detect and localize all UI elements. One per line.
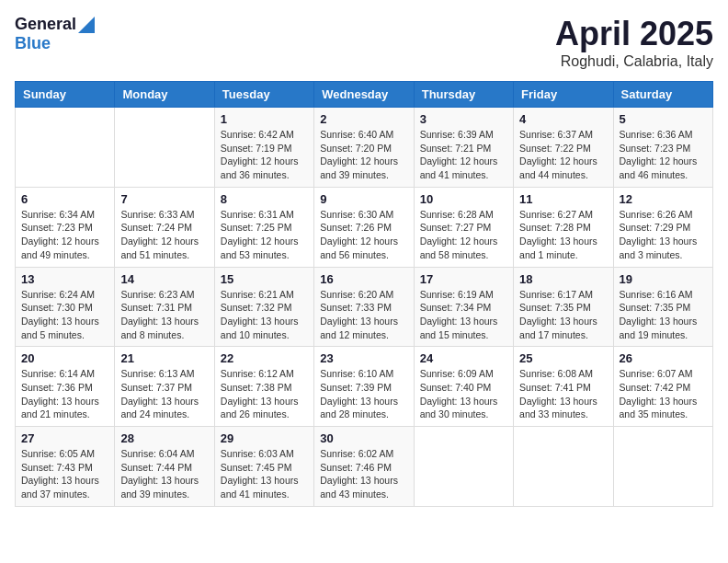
day-info: Sunrise: 6:36 AM Sunset: 7:23 PM Dayligh… xyxy=(620,128,707,182)
day-info: Sunrise: 6:16 AM Sunset: 7:35 PM Dayligh… xyxy=(620,288,707,342)
title-block: April 2025 Roghudi, Calabria, Italy xyxy=(555,15,713,70)
day-number: 4 xyxy=(519,112,607,126)
day-number: 30 xyxy=(320,431,407,445)
day-number: 6 xyxy=(21,192,108,206)
day-number: 19 xyxy=(620,272,707,286)
calendar-cell: 27Sunrise: 6:05 AM Sunset: 7:43 PM Dayli… xyxy=(16,427,115,507)
day-info: Sunrise: 6:14 AM Sunset: 7:36 PM Dayligh… xyxy=(21,367,108,421)
calendar-cell: 18Sunrise: 6:17 AM Sunset: 7:35 PM Dayli… xyxy=(514,267,613,347)
calendar-week-row: 6Sunrise: 6:34 AM Sunset: 7:23 PM Daylig… xyxy=(16,187,713,267)
day-info: Sunrise: 6:04 AM Sunset: 7:44 PM Dayligh… xyxy=(120,447,208,501)
calendar-cell xyxy=(16,108,115,188)
logo-general: General xyxy=(15,15,76,34)
calendar-cell: 29Sunrise: 6:03 AM Sunset: 7:45 PM Dayli… xyxy=(214,427,313,507)
calendar-cell: 15Sunrise: 6:21 AM Sunset: 7:32 PM Dayli… xyxy=(214,267,313,347)
calendar-cell: 5Sunrise: 6:36 AM Sunset: 7:23 PM Daylig… xyxy=(613,108,712,188)
calendar-cell: 19Sunrise: 6:16 AM Sunset: 7:35 PM Dayli… xyxy=(613,267,712,347)
day-info: Sunrise: 6:05 AM Sunset: 7:43 PM Dayligh… xyxy=(21,447,108,501)
day-number: 24 xyxy=(420,351,507,365)
day-info: Sunrise: 6:07 AM Sunset: 7:42 PM Dayligh… xyxy=(620,367,707,421)
weekday-header: Tuesday xyxy=(214,82,313,108)
calendar-cell: 4Sunrise: 6:37 AM Sunset: 7:22 PM Daylig… xyxy=(514,108,613,188)
day-number: 21 xyxy=(120,351,208,365)
calendar-cell: 24Sunrise: 6:09 AM Sunset: 7:40 PM Dayli… xyxy=(414,347,513,427)
day-number: 16 xyxy=(320,272,407,286)
day-number: 18 xyxy=(519,272,607,286)
day-number: 9 xyxy=(320,192,407,206)
calendar-cell: 12Sunrise: 6:26 AM Sunset: 7:29 PM Dayli… xyxy=(613,187,712,267)
day-number: 7 xyxy=(120,192,208,206)
day-info: Sunrise: 6:42 AM Sunset: 7:19 PM Dayligh… xyxy=(221,128,308,182)
weekday-header: Saturday xyxy=(613,82,712,108)
day-info: Sunrise: 6:13 AM Sunset: 7:37 PM Dayligh… xyxy=(120,367,208,421)
calendar-cell: 17Sunrise: 6:19 AM Sunset: 7:34 PM Dayli… xyxy=(414,267,513,347)
day-info: Sunrise: 6:24 AM Sunset: 7:30 PM Dayligh… xyxy=(21,288,108,342)
calendar-cell: 10Sunrise: 6:28 AM Sunset: 7:27 PM Dayli… xyxy=(414,187,513,267)
calendar-cell: 6Sunrise: 6:34 AM Sunset: 7:23 PM Daylig… xyxy=(16,187,115,267)
calendar-cell: 7Sunrise: 6:33 AM Sunset: 7:24 PM Daylig… xyxy=(115,187,214,267)
calendar-cell: 1Sunrise: 6:42 AM Sunset: 7:19 PM Daylig… xyxy=(214,108,313,188)
day-info: Sunrise: 6:31 AM Sunset: 7:25 PM Dayligh… xyxy=(221,208,308,262)
calendar-cell: 21Sunrise: 6:13 AM Sunset: 7:37 PM Dayli… xyxy=(115,347,214,427)
calendar-cell: 3Sunrise: 6:39 AM Sunset: 7:21 PM Daylig… xyxy=(414,108,513,188)
day-info: Sunrise: 6:30 AM Sunset: 7:26 PM Dayligh… xyxy=(320,208,407,262)
day-number: 20 xyxy=(21,351,108,365)
calendar-cell: 8Sunrise: 6:31 AM Sunset: 7:25 PM Daylig… xyxy=(214,187,313,267)
weekday-header: Monday xyxy=(115,82,214,108)
day-info: Sunrise: 6:26 AM Sunset: 7:29 PM Dayligh… xyxy=(620,208,707,262)
weekday-header: Wednesday xyxy=(314,82,414,108)
calendar-table: SundayMondayTuesdayWednesdayThursdayFrid… xyxy=(15,81,713,507)
calendar-cell: 11Sunrise: 6:27 AM Sunset: 7:28 PM Dayli… xyxy=(514,187,613,267)
day-number: 12 xyxy=(620,192,707,206)
calendar-cell: 13Sunrise: 6:24 AM Sunset: 7:30 PM Dayli… xyxy=(16,267,115,347)
calendar-header-row: SundayMondayTuesdayWednesdayThursdayFrid… xyxy=(16,82,713,108)
day-number: 11 xyxy=(519,192,607,206)
day-number: 28 xyxy=(120,431,208,445)
day-number: 3 xyxy=(420,112,507,126)
day-info: Sunrise: 6:34 AM Sunset: 7:23 PM Dayligh… xyxy=(21,208,108,262)
day-info: Sunrise: 6:09 AM Sunset: 7:40 PM Dayligh… xyxy=(420,367,507,421)
day-info: Sunrise: 6:12 AM Sunset: 7:38 PM Dayligh… xyxy=(221,367,308,421)
day-info: Sunrise: 6:33 AM Sunset: 7:24 PM Dayligh… xyxy=(120,208,208,262)
calendar-cell: 25Sunrise: 6:08 AM Sunset: 7:41 PM Dayli… xyxy=(514,347,613,427)
day-number: 1 xyxy=(221,112,308,126)
calendar-cell: 2Sunrise: 6:40 AM Sunset: 7:20 PM Daylig… xyxy=(314,108,414,188)
day-number: 22 xyxy=(221,351,308,365)
calendar-cell: 26Sunrise: 6:07 AM Sunset: 7:42 PM Dayli… xyxy=(613,347,712,427)
calendar-cell: 30Sunrise: 6:02 AM Sunset: 7:46 PM Dayli… xyxy=(314,427,414,507)
day-info: Sunrise: 6:28 AM Sunset: 7:27 PM Dayligh… xyxy=(420,208,507,262)
weekday-header: Sunday xyxy=(16,82,115,108)
day-info: Sunrise: 6:03 AM Sunset: 7:45 PM Dayligh… xyxy=(221,447,308,501)
day-info: Sunrise: 6:08 AM Sunset: 7:41 PM Dayligh… xyxy=(519,367,607,421)
day-number: 2 xyxy=(320,112,407,126)
calendar-cell: 28Sunrise: 6:04 AM Sunset: 7:44 PM Dayli… xyxy=(115,427,214,507)
calendar-cell: 9Sunrise: 6:30 AM Sunset: 7:26 PM Daylig… xyxy=(314,187,414,267)
day-info: Sunrise: 6:19 AM Sunset: 7:34 PM Dayligh… xyxy=(420,288,507,342)
calendar-cell xyxy=(115,108,214,188)
day-info: Sunrise: 6:23 AM Sunset: 7:31 PM Dayligh… xyxy=(120,288,208,342)
calendar-week-row: 27Sunrise: 6:05 AM Sunset: 7:43 PM Dayli… xyxy=(16,427,713,507)
weekday-header: Friday xyxy=(514,82,613,108)
day-number: 14 xyxy=(120,272,208,286)
calendar-week-row: 20Sunrise: 6:14 AM Sunset: 7:36 PM Dayli… xyxy=(16,347,713,427)
day-number: 26 xyxy=(620,351,707,365)
day-number: 27 xyxy=(21,431,108,445)
calendar-cell: 23Sunrise: 6:10 AM Sunset: 7:39 PM Dayli… xyxy=(314,347,414,427)
calendar-week-row: 13Sunrise: 6:24 AM Sunset: 7:30 PM Dayli… xyxy=(16,267,713,347)
weekday-header: Thursday xyxy=(414,82,513,108)
day-info: Sunrise: 6:39 AM Sunset: 7:21 PM Dayligh… xyxy=(420,128,507,182)
day-info: Sunrise: 6:10 AM Sunset: 7:39 PM Dayligh… xyxy=(320,367,407,421)
day-info: Sunrise: 6:37 AM Sunset: 7:22 PM Dayligh… xyxy=(519,128,607,182)
day-number: 25 xyxy=(519,351,607,365)
day-info: Sunrise: 6:02 AM Sunset: 7:46 PM Dayligh… xyxy=(320,447,407,501)
svg-marker-0 xyxy=(78,17,95,33)
logo-triangle-icon xyxy=(78,17,95,33)
day-number: 23 xyxy=(320,351,407,365)
day-number: 5 xyxy=(620,112,707,126)
month-title: April 2025 xyxy=(555,15,713,53)
location: Roghudi, Calabria, Italy xyxy=(555,53,713,70)
day-info: Sunrise: 6:20 AM Sunset: 7:33 PM Dayligh… xyxy=(320,288,407,342)
day-info: Sunrise: 6:40 AM Sunset: 7:20 PM Dayligh… xyxy=(320,128,407,182)
calendar-cell: 14Sunrise: 6:23 AM Sunset: 7:31 PM Dayli… xyxy=(115,267,214,347)
day-number: 29 xyxy=(221,431,308,445)
